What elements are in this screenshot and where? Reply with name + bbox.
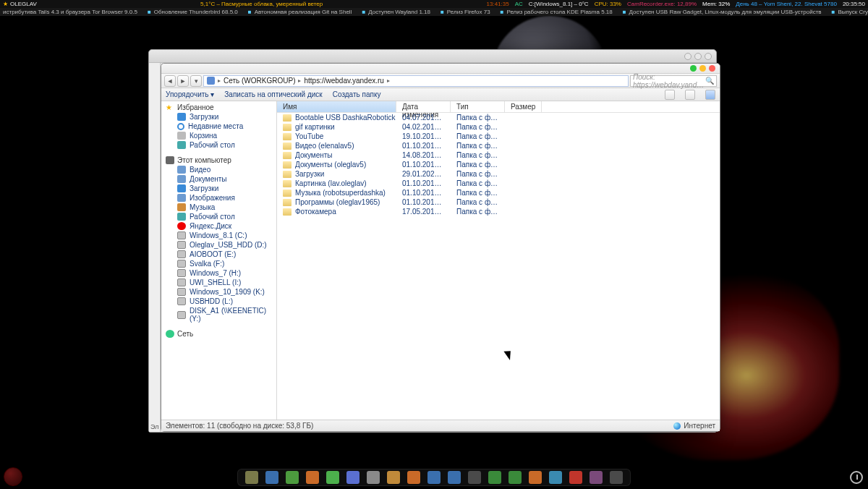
nav-up-button[interactable]: ▾ <box>190 75 202 87</box>
outer-strip-text: Эл <box>150 423 158 430</box>
traffic-yellow-icon[interactable] <box>699 65 706 72</box>
sidebar-item[interactable]: DISK_A1 (\\KEENETIC) (Y:) <box>161 306 276 323</box>
outer-window-titlebar[interactable] <box>149 50 716 63</box>
sidebar-head-computer[interactable]: Этот компьютер <box>161 156 276 165</box>
close-button[interactable] <box>705 53 712 60</box>
nav-forward-button[interactable]: ► <box>177 75 189 87</box>
sidebar-item-label: Рабочий стол <box>190 213 235 221</box>
globe-icon <box>673 422 681 430</box>
col-date[interactable]: Дата изменения <box>396 101 451 112</box>
dock-app-0[interactable] <box>245 471 258 484</box>
sidebar-item[interactable]: Изображения <box>161 193 276 203</box>
file-date: 14.08.2012 19:09 <box>396 151 451 159</box>
news-item[interactable]: истрибутива Tails 4.3 и браузера Tor Bro… <box>3 9 137 15</box>
dock-app-17[interactable] <box>590 471 603 484</box>
sidebar-item[interactable]: Oleglav_USB_HDD (D:) <box>161 240 276 250</box>
dock-app-6[interactable] <box>367 471 380 484</box>
sidebar-item[interactable]: Корзина <box>161 131 276 140</box>
outer-left-strip: Эл <box>149 63 161 432</box>
dock-app-15[interactable] <box>549 471 562 484</box>
dock-app-2[interactable] <box>286 471 299 484</box>
dock-app-16[interactable] <box>569 471 582 484</box>
breadcrumb[interactable]: https://webdav.yandex.ru <box>304 77 383 85</box>
news-item[interactable]: Выпуск Cryptsetup 2.3 с <box>838 9 868 15</box>
sidebar-item[interactable]: Видео <box>161 165 276 174</box>
sidebar-item[interactable]: Рабочий стол <box>161 212 276 221</box>
dock-app-9[interactable] <box>427 471 441 484</box>
news-item[interactable]: Доступен Wayland 1.18 <box>368 9 430 15</box>
table-row[interactable]: gif картинки04.02.2015 22:26Папка с файл… <box>277 122 720 132</box>
sidebar-item[interactable]: Документы <box>161 174 276 184</box>
sidebar-item[interactable]: Недавние места <box>161 122 276 131</box>
traffic-red-icon[interactable] <box>709 65 715 72</box>
table-row[interactable]: Bootable USB DashkaRobotick04.07.2015 15… <box>277 113 720 122</box>
organize-button[interactable]: Упорядочить ▾ <box>166 90 214 98</box>
sidebar-item[interactable]: Рабочий стол <box>161 140 276 150</box>
burn-button[interactable]: Записать на оптический диск <box>224 90 322 98</box>
star-icon: ★ <box>3 0 8 8</box>
address-field[interactable]: ▸ Сеть (WORKGROUP) ▸ https://webdav.yand… <box>203 75 629 87</box>
news-item[interactable]: Автономная реализация Git на Shell <box>255 9 352 15</box>
power-icon[interactable] <box>850 471 863 484</box>
dock-app-18[interactable] <box>610 471 623 484</box>
file-name: Программы (oleglav1965) <box>295 198 380 206</box>
dock-app-7[interactable] <box>387 471 400 484</box>
dock-app-13[interactable] <box>509 471 522 484</box>
breadcrumb[interactable]: Сеть (WORKGROUP) <box>224 77 295 85</box>
view-options-button[interactable] <box>665 90 675 100</box>
dock-app-4[interactable] <box>326 471 339 484</box>
sidebar-item[interactable]: Windows_8.1 (C:) <box>161 231 276 240</box>
news-sep-icon: ■ <box>148 9 151 15</box>
sidebar-head-favorites[interactable]: ★ Избранное <box>161 103 276 112</box>
folder-icon <box>283 199 292 206</box>
sidebar-item[interactable]: Загрузки <box>161 184 276 193</box>
sidebar-item[interactable]: AIOBOOT (E:) <box>161 250 276 259</box>
dock-app-14[interactable] <box>529 471 542 484</box>
table-row[interactable]: YouTube19.10.2018 19:29Папка с файлами <box>277 132 720 141</box>
news-item[interactable]: Релиз Firefox 73 <box>447 9 490 15</box>
sidebar-item[interactable]: Музыка <box>161 203 276 212</box>
file-date: 19.10.2018 19:29 <box>396 132 451 140</box>
table-row[interactable]: Картинка (lav.oleglav)01.10.2018 13:07Па… <box>277 179 720 188</box>
sidebar-item[interactable]: Яндекс.Диск <box>161 221 276 231</box>
news-item[interactable]: Релиз рабочего стола KDE Plasma 5.18 <box>506 9 612 15</box>
table-row[interactable]: Загрузки29.01.2020 21:12Папка с файлами <box>277 169 720 179</box>
traffic-green-icon[interactable] <box>690 65 697 72</box>
sidebar-item[interactable]: Windows_10_1909 (K:) <box>161 287 276 297</box>
help-button[interactable] <box>705 90 715 100</box>
drv-icon <box>177 288 186 296</box>
col-name[interactable]: Имя <box>277 101 396 112</box>
news-item[interactable]: Обновление Thunderbird 68.5.0 <box>154 9 238 15</box>
col-size[interactable]: Размер <box>505 101 542 112</box>
col-type[interactable]: Тип <box>451 101 505 112</box>
maximize-button[interactable] <box>694 53 702 60</box>
table-row[interactable]: Документы14.08.2012 19:09Папка с файлами <box>277 150 720 160</box>
search-input[interactable]: Поиск: https://webdav.yand… 🔍 <box>630 75 717 87</box>
sidebar-item[interactable]: USBHDD (L:) <box>161 297 276 306</box>
table-row[interactable]: Видео (elenalav5)01.10.2018 13:16Папка с… <box>277 141 720 150</box>
news-item[interactable]: Доступен USB Raw Gadget, Linux-модуль дл… <box>629 9 822 15</box>
dock-app-8[interactable] <box>407 471 420 484</box>
topbar-clock: 20:35:50 <box>843 0 865 8</box>
newfolder-button[interactable]: Создать папку <box>333 90 381 98</box>
sidebar-item[interactable]: Загрузки <box>161 112 276 122</box>
table-row[interactable]: Фотокамера17.05.2017 13:21Папка с файлам… <box>277 207 720 216</box>
dock-app-3[interactable] <box>306 471 319 484</box>
sidebar-head-network[interactable]: Сеть <box>161 329 276 339</box>
minimize-button[interactable] <box>684 53 692 60</box>
dock-app-12[interactable] <box>488 471 501 484</box>
table-row[interactable]: Программы (oleglav1965)01.10.2018 12:57П… <box>277 197 720 207</box>
sidebar-item[interactable]: UWI_SHELL (I:) <box>161 278 276 287</box>
nav-back-button[interactable]: ◄ <box>164 75 176 87</box>
table-row[interactable]: Документы (oleglav5)01.10.2018 13:24Папк… <box>277 160 720 169</box>
dock-app-1[interactable] <box>265 471 278 484</box>
sidebar-item[interactable]: Svalka (F:) <box>161 259 276 268</box>
dock-app-5[interactable] <box>346 471 359 484</box>
table-row[interactable]: Музыка (robotsuperdashka)01.10.2018 12:5… <box>277 188 720 197</box>
dock-app-10[interactable] <box>448 471 461 484</box>
preview-pane-button[interactable] <box>685 90 695 100</box>
sidebar-item[interactable]: Windows_7 (H:) <box>161 268 276 278</box>
dock-app-11[interactable] <box>468 471 481 484</box>
file-date: 01.10.2018 13:24 <box>396 161 451 169</box>
start-button[interactable] <box>4 467 22 486</box>
